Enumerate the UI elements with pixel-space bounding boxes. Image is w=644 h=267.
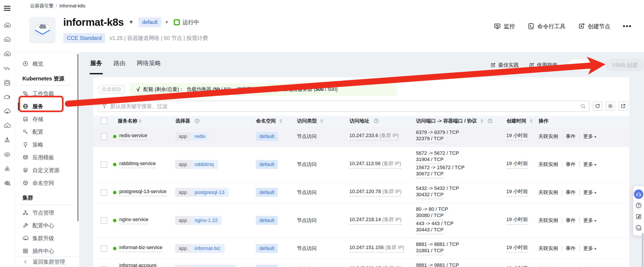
export-button[interactable] [618,101,628,111]
sort-icon[interactable] [530,119,532,123]
sidebar-item-插件中心[interactable]: 插件中心 [14,245,80,257]
cloud-server-icon[interactable] [3,18,12,33]
namespace-badge[interactable]: default [138,17,161,27]
row-action-关联实例[interactable]: 关联实例 [538,266,562,267]
prism-icon[interactable] [3,133,12,147]
access-address[interactable]: 10.247.236.15 (集群 IP) [349,265,402,267]
search-input[interactable] [110,103,578,110]
namespace-tag[interactable]: default [256,216,278,225]
namespace-caret-icon[interactable]: ▼ [165,20,169,25]
row-action-更多[interactable]: 更多▾ [579,133,600,140]
row-action-事件[interactable]: 事件 [562,161,579,168]
created-time[interactable]: 19 小时前 [506,188,528,197]
service-name-link[interactable]: postgresql-13-service [119,189,166,196]
search-icon[interactable] [580,103,586,109]
sidebar-item-应用模板[interactable]: 应用模板 [14,151,80,164]
globe-w-icon[interactable]: w [3,176,12,190]
service-name-link[interactable]: redis-service [119,133,147,140]
sidebar-item-配置中心[interactable]: 配置中心 [14,219,80,232]
sidebar-item-工作负载[interactable]: 工作负载 [14,87,80,100]
sidebar-item-命名空间[interactable]: 命名空间 [14,177,80,189]
sidebar-item-存储[interactable]: 存储 [14,113,80,125]
headset-button[interactable] [634,190,643,199]
sidebar-item-配置[interactable]: 配置 [14,125,80,138]
row-action-事件[interactable]: 事件 [562,217,579,224]
row-action-更多[interactable]: 更多▾ [579,245,600,252]
best-practice-link[interactable]: 最佳实践 [490,62,519,68]
sort-icon[interactable] [320,119,323,123]
node-cluster-icon[interactable] [3,162,12,176]
row-checkbox[interactable] [101,217,107,224]
row-checkbox[interactable] [101,133,107,140]
row-action-关联实例[interactable]: 关联实例 [538,133,562,140]
service-name-link[interactable]: informat-biz-service [119,245,162,252]
created-time[interactable]: 19 小时前 [506,244,528,253]
ip-circle-icon[interactable]: IP [3,147,12,162]
tab-路由[interactable]: 路由 [113,52,126,74]
sidebar-item-概览[interactable]: 概览 [14,57,80,70]
access-address[interactable]: 10.247.151.155 (集群 IP) [349,244,404,253]
row-checkbox[interactable] [101,161,107,168]
cloud-more-icon[interactable] [3,33,12,47]
cluster-switch-caret-icon[interactable]: ▼ [129,19,134,25]
yaml-create-button[interactable]: YAML创建 [606,59,644,71]
cloud-upload-icon[interactable] [3,104,12,119]
user-guide-link[interactable]: 使用指南 [529,62,558,68]
header-more-button[interactable]: ••• [623,22,632,30]
tab-服务[interactable]: 服务 [90,52,103,74]
create-service-button[interactable] [567,59,600,71]
row-action-事件[interactable]: 事件 [562,245,579,252]
namespace-tag[interactable]: default [256,160,278,169]
row-action-事件[interactable]: 事件 [562,266,579,267]
header-action-monitor[interactable]: 监控 [494,23,515,30]
help-circle-button[interactable] [634,201,643,210]
namespace-tag[interactable]: default [256,244,278,253]
row-checkbox[interactable] [101,266,107,267]
row-checkbox[interactable] [101,245,107,252]
row-action-更多[interactable]: 更多▾ [579,161,600,168]
sidebar-item-服务[interactable]: 服务 [14,100,80,113]
sidebar-item-策略[interactable]: 策略 [14,138,80,151]
feedback-form-button[interactable] [634,212,643,221]
clouds-icon[interactable] [3,90,12,104]
service-name-link[interactable]: rabbitmq-service [119,161,156,168]
filter-funnel-icon[interactable] [102,103,108,109]
access-address[interactable]: 10.247.120.78 (集群 IP) [349,188,402,197]
help-icon[interactable] [194,118,200,124]
row-action-更多[interactable]: 更多▾ [579,217,600,224]
row-action-关联实例[interactable]: 关联实例 [538,189,562,196]
batch-delete-button[interactable]: 批量删除 [98,85,125,94]
breadcrumb-root[interactable]: 云容器引擎 [30,3,54,9]
namespace-tag[interactable]: default [256,132,278,141]
hamburger-menu-icon[interactable] [4,6,10,11]
wave-icon[interactable] [3,61,12,76]
sort-icon[interactable] [280,119,282,123]
cloud-config-icon[interactable] [3,47,12,61]
created-time[interactable]: 19 小时前 [506,132,528,141]
namespace-tag[interactable]: default [256,265,278,267]
row-action-关联实例[interactable]: 关联实例 [538,217,562,224]
service-name-link[interactable]: informat-account-service [119,263,172,267]
sort-icon[interactable] [139,119,142,123]
header-action-create-node[interactable]: 创建节点 [578,23,610,30]
box-cloud-icon[interactable] [3,76,12,90]
sidebar-item-节点管理[interactable]: 节点管理 [14,206,80,219]
header-action-terminal[interactable]: 命令行工具 [528,23,565,30]
access-address[interactable]: 10.247.113.56 (集群 IP) [349,160,401,169]
help-icon[interactable] [487,118,493,124]
sidebar-item-自定义资源[interactable]: 自定义资源 [14,164,80,177]
namespace-tag[interactable]: default [256,188,278,197]
smiley-button[interactable] [634,223,643,233]
created-time[interactable]: 19 小时前 [506,160,528,169]
refresh-button[interactable] [593,101,602,111]
row-action-事件[interactable]: 事件 [562,189,579,196]
row-action-更多[interactable]: 更多▾ [579,266,600,267]
row-action-关联实例[interactable]: 关联实例 [538,245,562,252]
sidebar-scrollbar[interactable] [77,54,79,221]
row-checkbox[interactable] [101,189,107,196]
created-time[interactable]: 19 小时前 [506,265,528,267]
page-scrollbar[interactable] [642,233,644,267]
created-time[interactable]: 19 小时前 [506,216,528,225]
service-name-link[interactable]: nginx-service [119,217,148,224]
sort-icon[interactable] [480,119,483,123]
